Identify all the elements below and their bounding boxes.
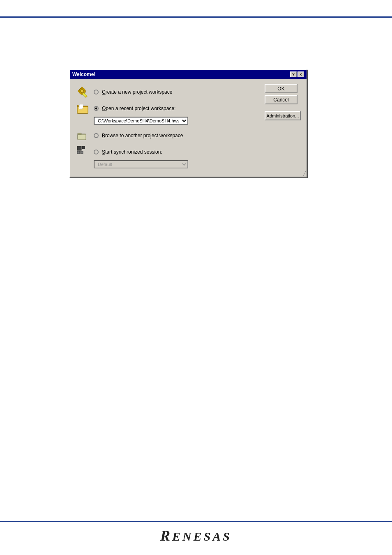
svg-rect-14 — [78, 133, 81, 135]
dialog-titlebar: Welcome! ? × — [70, 70, 307, 79]
label-sync: Start synchronized session: — [102, 149, 162, 155]
radio-create[interactable] — [94, 90, 99, 94]
svg-rect-4 — [78, 90, 80, 92]
svg-rect-19 — [81, 151, 83, 154]
open-dropdown-row: C:\Workspace\DemoSH4\DemoSH4.hws — [94, 117, 261, 125]
renesas-logo: RENESAS — [160, 527, 232, 544]
logo-text: RENESAS — [160, 530, 232, 543]
top-border-line — [0, 16, 392, 18]
resize-grip[interactable] — [301, 171, 307, 177]
open-project-icon — [76, 101, 90, 116]
close-button[interactable]: × — [297, 71, 304, 77]
radio-open[interactable] — [94, 106, 99, 111]
svg-rect-5 — [84, 90, 85, 92]
svg-point-1 — [81, 90, 84, 93]
welcome-dialog: Welcome! ? × — [69, 69, 307, 177]
bottom-border-line — [0, 521, 392, 522]
sync-dropdown-row: Default — [94, 160, 261, 168]
sync-session-dropdown[interactable]: Default — [94, 160, 188, 168]
svg-rect-15 — [78, 135, 86, 140]
label-open: Open a recent project workspace: — [102, 106, 175, 111]
svg-rect-17 — [82, 146, 85, 149]
svg-rect-18 — [77, 151, 80, 154]
cancel-button[interactable]: Cancel — [265, 95, 297, 104]
radio-browse[interactable] — [94, 133, 99, 138]
option-row-sync: Start synchronized session: — [76, 144, 261, 160]
svg-rect-2 — [81, 87, 83, 89]
ok-button[interactable]: OK — [265, 84, 297, 93]
dialog-options: Create a new project workspace — [76, 84, 261, 171]
browse-icon — [76, 128, 90, 143]
dialog-action-buttons: OK Cancel Administration... — [265, 84, 301, 171]
sync-icon — [76, 145, 90, 159]
open-recent-dropdown[interactable]: C:\Workspace\DemoSH4\DemoSH4.hws — [94, 117, 188, 125]
option-row-create: Create a new project workspace — [76, 84, 261, 100]
svg-rect-16 — [77, 146, 81, 150]
new-project-icon — [76, 85, 90, 99]
dialog-title: Welcome! — [72, 71, 95, 77]
help-button[interactable]: ? — [290, 71, 297, 77]
administration-button[interactable]: Administration... — [265, 111, 301, 120]
titlebar-buttons: ? × — [290, 71, 304, 77]
svg-rect-12 — [80, 104, 83, 108]
label-browse: Browse to another project workspace — [102, 133, 183, 138]
dialog-content: Create a new project workspace — [70, 79, 307, 177]
logo-area: RENESAS — [0, 524, 392, 547]
option-row-open: Open a recent project workspace: — [76, 100, 261, 117]
option-row-browse: Browse to another project workspace — [76, 127, 261, 144]
radio-sync[interactable] — [94, 150, 99, 154]
label-create: Create a new project workspace — [102, 89, 172, 95]
